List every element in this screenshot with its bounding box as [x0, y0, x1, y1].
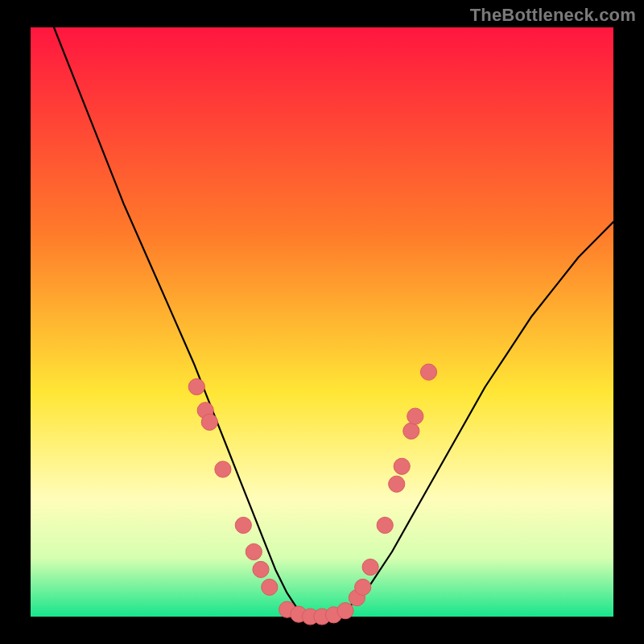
data-marker	[253, 561, 269, 577]
data-marker	[394, 458, 410, 474]
chart-stage: TheBottleneck.com	[0, 0, 644, 644]
data-marker	[201, 414, 217, 430]
data-marker	[362, 559, 378, 575]
bottleneck-chart	[0, 0, 644, 644]
plot-background	[31, 27, 613, 617]
data-marker	[188, 378, 204, 394]
data-marker	[377, 517, 393, 533]
data-marker	[407, 408, 423, 424]
attribution-label: TheBottleneck.com	[470, 5, 636, 26]
data-marker	[337, 603, 353, 619]
data-marker	[389, 476, 405, 492]
data-marker	[403, 423, 419, 439]
data-marker	[420, 364, 436, 380]
data-marker	[355, 579, 371, 595]
data-marker	[215, 461, 231, 477]
data-marker	[262, 579, 278, 595]
data-marker	[246, 543, 262, 559]
data-marker	[235, 517, 251, 533]
